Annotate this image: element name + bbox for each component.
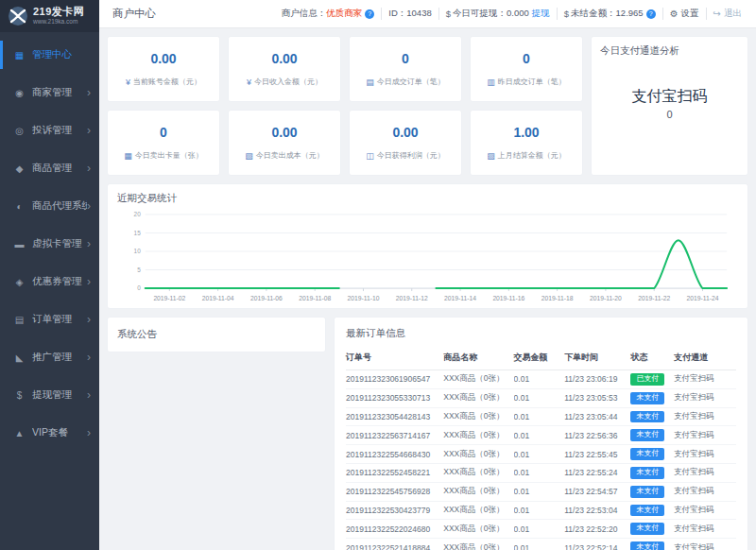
list-icon: ▥ [487, 77, 495, 87]
svg-text:2019-11-18: 2019-11-18 [541, 295, 574, 301]
announcement-title: 系统公告 [117, 328, 316, 341]
svg-text:20: 20 [134, 211, 142, 217]
svg-text:2019-11-20: 2019-11-20 [590, 295, 622, 301]
order-id-cell: 2019112322552458221 [346, 463, 443, 482]
unsettled-group: $ 未结金额：12.965 ? [558, 8, 663, 20]
sidebar-item-label: VIP套餐 [32, 426, 87, 439]
svg-text:2019-11-10: 2019-11-10 [348, 295, 380, 301]
product-cell: XXX商品（0张） [443, 539, 513, 550]
sidebar-item-orders[interactable]: ▤ 订单管理 › [0, 301, 99, 338]
product-cell: XXX商品（0张） [443, 520, 513, 539]
amount-cell: 0.01 [514, 445, 565, 464]
stat-label: 上月结算金额（元） [498, 150, 566, 161]
stat-card-yesterday-orders: 0 ▥ 昨日成交订单（笔） [470, 36, 583, 102]
time-cell: 11/23 23:06:19 [564, 370, 630, 389]
sidebar-item-virtual-card[interactable]: ▬ 虚拟卡管理 › [0, 225, 99, 263]
product-cell: XXX商品（0张） [443, 501, 513, 520]
product-cell: XXX商品（0张） [443, 463, 513, 482]
column-header-product: 商品名称 [443, 347, 513, 370]
table-row: 2019112322522024680 XXX商品（0张） 0.01 11/23… [346, 520, 736, 539]
merchant-dashboard-window: { "brand": {"name": "219发卡网", "url": "ww… [0, 0, 756, 550]
time-cell: 11/23 23:05:53 [564, 388, 630, 407]
brand-name: 219发卡网 [33, 7, 84, 17]
time-cell: 11/23 22:52:20 [564, 520, 630, 539]
status-cell: 未支付 [630, 407, 673, 426]
svg-text:2019-11-06: 2019-11-06 [250, 295, 283, 301]
svg-text:2019-11-22: 2019-11-22 [638, 295, 670, 301]
stat-card-profit: 0.00 ◫ 今日获得利润（元） [349, 110, 462, 176]
chevron-right-icon: › [87, 163, 91, 174]
sidebar-item-agent[interactable]: ◐ 商品代理系统 › [0, 187, 99, 225]
order-id-cell: 2019112322545756928 [346, 482, 443, 501]
stat-value: 0 [523, 51, 530, 66]
merchant-icon: ◉ [12, 88, 26, 98]
report-icon: ▨ [487, 151, 495, 161]
table-row: 2019112323055330713 XXX商品（0张） 0.01 11/23… [346, 388, 736, 407]
table-row: 2019112322554668430 XXX商品（0张） 0.01 11/23… [346, 445, 736, 464]
stat-card-cards-sold: 0 ▦ 今日卖出卡量（张） [107, 110, 220, 176]
complaint-icon: ◎ [12, 126, 26, 136]
sidebar-item-label: 商品管理 [32, 162, 87, 175]
settings-button[interactable]: ⚙ 设置 [663, 8, 707, 20]
svg-text:10: 10 [134, 248, 142, 254]
sidebar-item-complaint[interactable]: ◎ 投诉管理 › [0, 112, 99, 149]
chevron-right-icon: › [87, 389, 91, 401]
stat-card-cost: 0.00 ▧ 今日卖出成本（元） [228, 110, 341, 176]
pay-channel-count: 0 [592, 109, 747, 120]
gear-icon: ⚙ [670, 9, 679, 19]
topbar-right: 商户信息： 优质商家 ? ID：10438 $ 今日可提现：0.000 提现 $… [275, 8, 748, 20]
svg-text:0: 0 [137, 284, 141, 291]
table-row: 2019112322521418884 XXX商品（0张） 0.01 11/23… [346, 539, 736, 550]
order-id-cell: 2019112322530423779 [346, 501, 443, 520]
orders-table-header: 订单号 商品名称 交易金额 下单时间 状态 支付通道 [346, 347, 736, 370]
sidebar-item-merchant[interactable]: ◉ 商家管理 › [0, 74, 99, 112]
table-row: 2019112323061906547 XXX商品（0张） 0.01 11/23… [346, 370, 736, 389]
stat-card-today-orders: 0 ▤ 今日成交订单（笔） [349, 36, 462, 102]
svg-text:2019-11-12: 2019-11-12 [396, 295, 428, 301]
topbar: 商户中心 商户信息： 优质商家 ? ID：10438 $ 今日可提现：0.000… [99, 0, 756, 28]
product-cell: XXX商品（0张） [443, 426, 513, 445]
status-cell: 未支付 [630, 463, 673, 482]
sidebar-item-promotion[interactable]: ◣ 推广管理 › [0, 338, 99, 376]
brand-logo[interactable]: 219发卡网 www.219ka.com [0, 0, 99, 32]
transactions-chart-card: 近期交易统计 051015202019-11-022019-11-042019-… [107, 183, 748, 309]
sidebar-item-withdraw[interactable]: $ 提现管理 › [0, 376, 99, 414]
stat-label: 当前账号金额（元） [133, 77, 201, 87]
sidebar-item-vip[interactable]: ▲ VIP套餐 › [0, 414, 99, 452]
merchant-id: ID：10438 [382, 8, 438, 20]
help-icon[interactable]: ? [365, 9, 374, 19]
announcement-card: 系统公告 [107, 317, 326, 352]
sidebar-item-dashboard[interactable]: ▦ 管理中心 [0, 36, 99, 74]
channel-cell: 支付宝扫码 [674, 426, 736, 445]
sidebar-item-coupon[interactable]: ◈ 优惠券管理 › [0, 263, 99, 301]
status-badge: 未支付 [630, 467, 664, 479]
merchant-info-label: 商户信息： [282, 8, 327, 20]
chevron-right-icon: › [87, 125, 91, 136]
amount-cell: 0.01 [514, 482, 565, 501]
logout-icon: ↪ [713, 9, 721, 19]
status-cell: 未支付 [630, 388, 673, 407]
svg-text:2019-11-04: 2019-11-04 [202, 295, 234, 301]
sidebar-item-goods[interactable]: ◆ 商品管理 › [0, 149, 99, 187]
order-id-cell: 2019112323054428143 [346, 407, 443, 426]
status-badge: 未支付 [630, 523, 664, 535]
amount-cell: 0.01 [514, 539, 565, 550]
status-cell: 未支付 [630, 520, 673, 539]
info-icon[interactable]: ? [646, 9, 656, 19]
product-cell: XXX商品（0张） [443, 482, 513, 501]
column-header-amount: 交易金额 [514, 347, 565, 370]
order-id-cell: 2019112322554668430 [346, 445, 443, 464]
status-badge: 未支付 [630, 411, 664, 423]
stat-label: 昨日成交订单（笔） [498, 77, 566, 87]
stat-card-settlement: 1.00 ▨ 上月结算金额（元） [470, 110, 583, 176]
stat-label: 今日卖出成本（元） [256, 150, 324, 161]
logout-button[interactable]: ↪ 退出 [707, 8, 748, 20]
chevron-right-icon: › [87, 87, 91, 98]
time-cell: 11/23 22:52:14 [564, 539, 630, 550]
svg-text:15: 15 [134, 230, 142, 236]
table-row: 2019112322545756928 XXX商品（0张） 0.01 11/23… [346, 482, 736, 501]
channel-cell: 支付宝扫码 [674, 501, 736, 520]
withdraw-link[interactable]: 提现 [532, 8, 550, 20]
sidebar: 219发卡网 www.219ka.com ▦ 管理中心 ◉ 商家管理 › ◎ 投… [0, 0, 99, 550]
stat-label: 今日成交订单（笔） [377, 77, 445, 87]
